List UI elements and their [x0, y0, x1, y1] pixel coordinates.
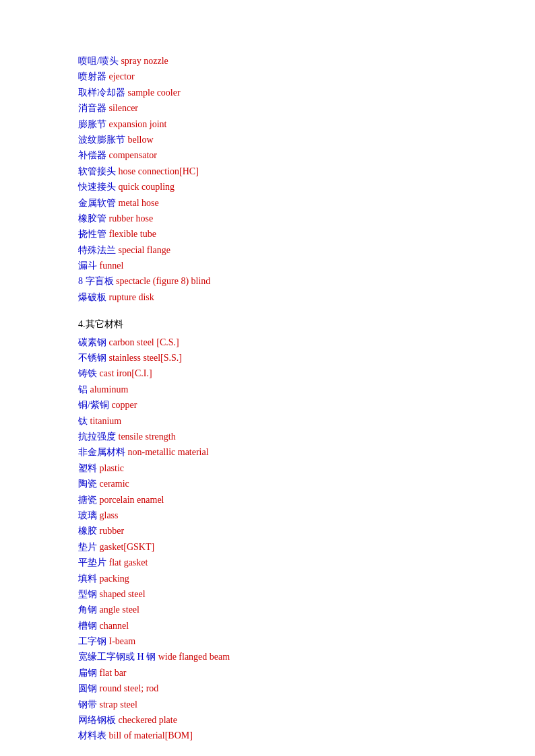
list-item: 铝 aluminum	[78, 382, 508, 397]
list-item: 铸铁 cast iron[C.I.]	[78, 366, 508, 381]
list-item: 特殊法兰 special flange	[78, 243, 508, 258]
list-item: 陶瓷 ceramic	[78, 477, 508, 491]
list-item: 非金属材料 non-metallic material	[78, 445, 508, 460]
list-item: 垫片 gasket[GSKT]	[78, 540, 508, 555]
list-item: 钛 titanium	[78, 414, 508, 429]
list-item: 填料 packing	[78, 572, 508, 586]
list-item: 橡胶管 rubber hose	[78, 211, 508, 226]
items-list: 喷咀/喷头 spray nozzle 喷射器 ejector 取样冷却器 sam…	[78, 54, 508, 305]
materials-list: 碳素钢 carbon steel [C.S.] 不锈钢 stainless st…	[78, 335, 508, 744]
list-item: 槽钢 channel	[78, 619, 508, 633]
list-item: 材料表 bill of material[BOM]	[78, 728, 508, 743]
list-item: 喷射器 ejector	[78, 69, 508, 84]
list-item: 橡胶 rubber	[78, 524, 508, 539]
list-item: 取样冷却器 sample cooler	[78, 85, 508, 100]
list-item: 补偿器 compensator	[78, 148, 508, 163]
list-item: 搪瓷 porcelain enamel	[78, 493, 508, 508]
list-item: 喷咀/喷头 spray nozzle	[78, 54, 508, 69]
list-item: 角钢 angle steel	[78, 603, 508, 617]
list-item-bellow: 波纹膨胀节 bellow	[78, 133, 508, 147]
list-item: 金属软管 metal hose	[78, 196, 508, 211]
list-item: 工字钢 I-beam	[78, 634, 508, 649]
list-item: 膨胀节 expansion joint	[78, 117, 508, 132]
list-item: 网络钢板 checkered plate	[78, 713, 508, 728]
list-item: 快速接头 quick coupling	[78, 180, 508, 195]
list-item: 塑料 plastic	[78, 461, 508, 476]
list-item: 软管接头 hose connection[HC]	[78, 164, 508, 179]
list-item: 抗拉强度 tensile strength	[78, 429, 508, 444]
list-item: 铜/紫铜 copper	[78, 398, 508, 413]
list-item: 钢带 strap steel	[78, 697, 508, 712]
list-item: 玻璃 glass	[78, 508, 508, 523]
list-item: 挠性管 flexible tube	[78, 227, 508, 242]
list-item: 平垫片 flat gasket	[78, 555, 508, 570]
list-item-shaped-steel: 型钢 shaped steel	[78, 587, 508, 602]
list-item: 不锈钢 stainless steel[S.S.]	[78, 351, 508, 366]
list-item: 宽缘工字钢或 H 钢 wide flanged beam	[78, 650, 508, 664]
section-header: 4.其它材料	[78, 317, 508, 332]
list-item: 圆钢 round steel; rod	[78, 681, 508, 696]
list-item: 扁钢 flat bar	[78, 666, 508, 681]
list-item: 爆破板 rupture disk	[78, 290, 508, 305]
list-item: 碳素钢 carbon steel [C.S.]	[78, 335, 508, 350]
list-item: 消音器 silencer	[78, 101, 508, 116]
list-item: 8 字盲板 spectacle (figure 8) blind	[78, 274, 508, 289]
list-item: 漏斗 funnel	[78, 259, 508, 273]
content-area: 喷咀/喷头 spray nozzle 喷射器 ejector 取样冷却器 sam…	[78, 54, 508, 744]
